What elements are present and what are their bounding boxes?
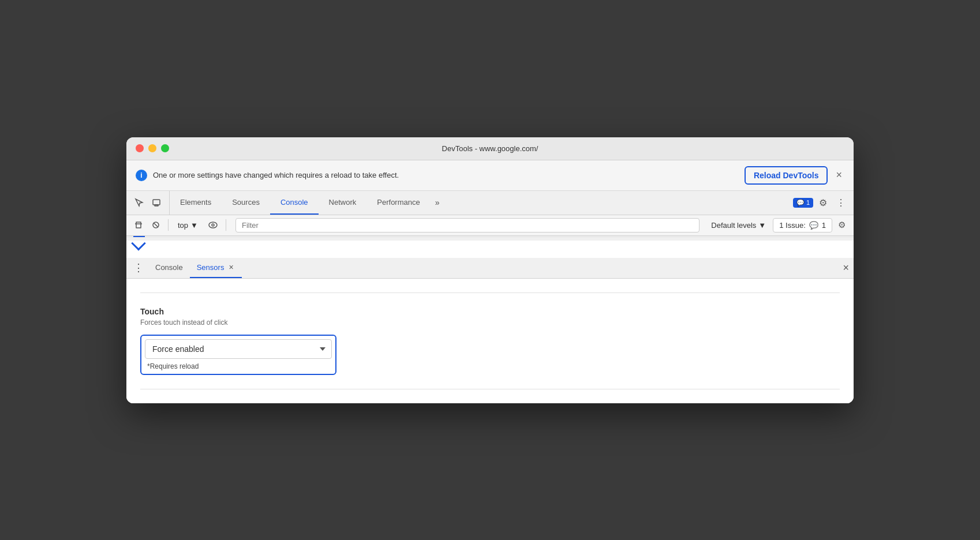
traffic-lights — [136, 144, 169, 152]
console-toolbar: top ▼ Default levels ▼ 1 Issue: 💬 1 ⚙ — [126, 215, 854, 236]
drawer-tabs-bar: ⋮ Console Sensors × × — [126, 258, 854, 279]
log-levels-dropdown[interactable]: Default levels ▼ — [706, 219, 770, 232]
drawer-tab-console[interactable]: Console — [148, 258, 190, 278]
device-toolbar-button[interactable] — [148, 196, 164, 209]
execution-context-selector[interactable]: top ▼ — [173, 219, 203, 232]
tab-sources[interactable]: Sources — [222, 191, 270, 215]
issues-panel-button[interactable]: 1 Issue: 💬 1 — [773, 218, 832, 232]
toolbar-divider — [168, 219, 169, 231]
console-settings-button[interactable]: ⚙ — [835, 217, 849, 232]
minimize-button[interactable] — [148, 144, 156, 152]
issues-label: 1 Issue: — [779, 221, 806, 230]
eye-icon-button[interactable] — [205, 219, 221, 231]
drawer-tab-sensors[interactable]: Sensors × — [190, 258, 242, 278]
touch-description: Forces touch instead of click — [140, 318, 840, 327]
main-toolbar: Elements Sources Console Network Perform… — [126, 191, 854, 215]
tab-network[interactable]: Network — [319, 191, 367, 215]
close-sensors-tab-button[interactable]: × — [227, 262, 234, 272]
drawer-menu-button[interactable]: ⋮ — [131, 259, 146, 276]
svg-rect-1 — [155, 205, 158, 206]
svg-point-6 — [209, 222, 217, 228]
issues-badge[interactable]: 💬 1 — [793, 198, 813, 208]
reload-devtools-button[interactable]: Reload DevTools — [745, 166, 828, 185]
requires-reload-label: *Requires reload — [145, 362, 332, 370]
dropdown-arrow-icon: ▼ — [190, 221, 198, 230]
close-button[interactable] — [136, 144, 144, 152]
touch-emulation-select[interactable]: None Force enabled Force disabled — [145, 339, 332, 359]
tab-performance[interactable]: Performance — [366, 191, 430, 215]
maximize-button[interactable] — [161, 144, 169, 152]
more-tabs-button[interactable]: » — [431, 191, 444, 215]
sensors-panel: Touch Forces touch instead of click None… — [126, 279, 854, 403]
close-drawer-button[interactable]: × — [843, 262, 849, 274]
toolbar-icon-group — [126, 191, 170, 215]
svg-line-5 — [154, 223, 158, 227]
issues-count-small: 1 — [822, 221, 826, 230]
bottom-panel: ⋮ Console Sensors × × Touch Forces touch… — [126, 258, 854, 403]
info-icon: i — [136, 170, 147, 181]
sensors-top-divider — [140, 292, 840, 293]
touch-section: Touch Forces touch instead of click None… — [140, 307, 840, 375]
svg-rect-0 — [153, 200, 160, 205]
issues-icon: 💬 — [796, 199, 805, 207]
clear-console-button[interactable] — [131, 219, 146, 231]
toolbar-divider-2 — [226, 219, 226, 231]
window-title: DevTools - www.google.com/ — [442, 144, 538, 153]
levels-dropdown-arrow: ▼ — [758, 221, 766, 230]
touch-title: Touch — [140, 307, 840, 316]
console-filter-input[interactable] — [235, 218, 700, 232]
customize-devtools-button[interactable]: ⋮ — [833, 195, 849, 211]
tab-elements[interactable]: Elements — [170, 191, 222, 215]
nav-tabs: Elements Sources Console Network Perform… — [170, 191, 788, 215]
inspect-element-button[interactable] — [131, 196, 147, 209]
notification-bar: i One or more settings have changed whic… — [126, 160, 854, 191]
touch-select-wrapper: None Force enabled Force disabled *Requi… — [140, 335, 336, 375]
devtools-window: DevTools - www.google.com/ i One or more… — [126, 137, 854, 403]
notification-message: One or more settings have changed which … — [153, 171, 739, 179]
stop-recording-button[interactable] — [148, 219, 163, 231]
tab-console[interactable]: Console — [270, 191, 319, 215]
issues-icon-small: 💬 — [809, 221, 818, 230]
svg-marker-2 — [136, 222, 141, 228]
close-notification-button[interactable]: × — [833, 169, 844, 181]
issues-count: 1 — [806, 199, 810, 206]
title-bar: DevTools - www.google.com/ — [126, 137, 854, 160]
console-output-area — [126, 241, 854, 258]
toolbar-right-group: 💬 1 ⚙ ⋮ — [788, 191, 854, 215]
top-context-label: top — [178, 221, 188, 230]
sensors-bottom-divider — [140, 389, 840, 389]
svg-point-7 — [212, 224, 214, 226]
devtools-settings-button[interactable]: ⚙ — [816, 195, 831, 211]
default-levels-label: Default levels — [711, 221, 756, 230]
